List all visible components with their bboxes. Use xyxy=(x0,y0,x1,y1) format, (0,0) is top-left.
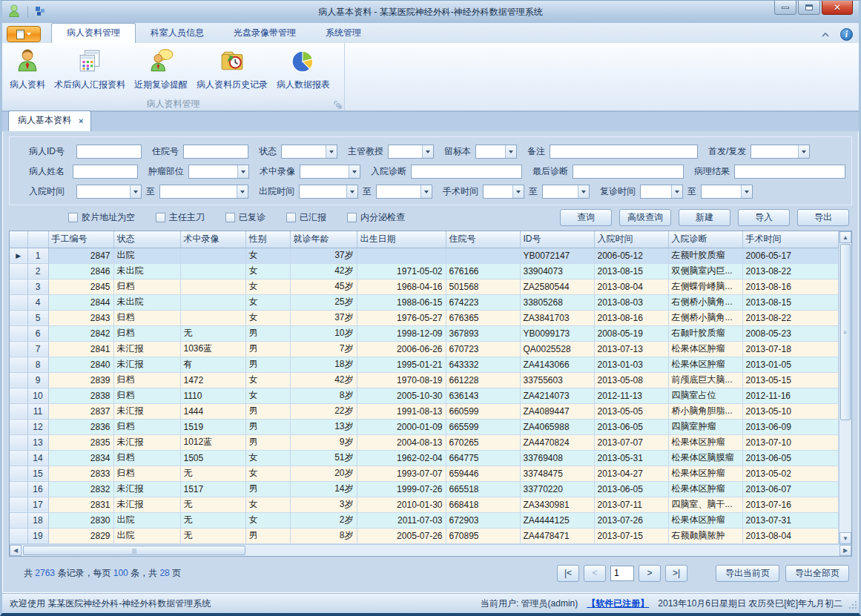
grid-cell[interactable]: ZA4143066 xyxy=(520,357,594,372)
dialog-launcher-icon[interactable] xyxy=(334,101,342,109)
checkbox-icon[interactable] xyxy=(68,213,78,222)
grid-cell[interactable]: 2013-08-04 xyxy=(594,279,668,294)
grid-cell[interactable]: 1519 xyxy=(180,419,245,434)
row-selector[interactable] xyxy=(10,294,27,310)
row-selector[interactable] xyxy=(10,263,27,279)
specimen-combo[interactable] xyxy=(475,145,517,159)
grid-cell[interactable]: 2013-05-08 xyxy=(594,372,668,388)
grid-cell[interactable]: 2006-05-17 xyxy=(742,248,839,263)
revisit-reminder-button[interactable]: 近期复诊提醒 xyxy=(130,46,192,93)
layout-squares-icon[interactable] xyxy=(34,5,46,19)
grid-cell[interactable]: 归档 xyxy=(113,325,180,341)
grid-cell[interactable]: 2013-04-27 xyxy=(594,466,668,481)
table-row[interactable]: 82840未汇报有男18岁1995-01-21643332ZA414306620… xyxy=(10,357,839,372)
checkbox-reported[interactable]: 已汇报 xyxy=(286,211,326,224)
grid-cell[interactable]: 665599 xyxy=(446,419,520,434)
grid-cell[interactable]: 2844 xyxy=(48,294,113,310)
row-selector[interactable] xyxy=(10,403,27,419)
chevron-down-icon[interactable] xyxy=(671,185,682,198)
grid-cell[interactable]: 2831 xyxy=(48,497,113,512)
grid-cell[interactable]: 男 xyxy=(245,341,290,357)
grid-cell[interactable]: 2013-05-15 xyxy=(742,372,839,388)
grid-cell[interactable]: 归档 xyxy=(113,310,180,325)
grid-cell[interactable]: 1971-05-02 xyxy=(357,263,446,279)
row-number[interactable]: 10 xyxy=(27,388,48,403)
checkbox-icon[interactable] xyxy=(286,213,296,222)
grid-cell[interactable]: 松果体区肿瘤 xyxy=(668,466,742,481)
page-number-input[interactable] xyxy=(610,566,634,581)
scroll-down-icon[interactable]: ▼ xyxy=(839,532,851,544)
grid-cell[interactable]: 2013-07-26 xyxy=(594,512,668,528)
admission-time-from-combo[interactable] xyxy=(76,185,142,199)
grid-cell[interactable]: 2013-08-15 xyxy=(594,263,668,279)
row-number[interactable]: 16 xyxy=(27,481,48,497)
grid-cell[interactable]: 松果体区脑膜瘤 xyxy=(668,450,742,466)
tumor-site-combo[interactable] xyxy=(188,165,249,179)
grid-cell[interactable]: ZA4478471 xyxy=(520,528,594,543)
export-button[interactable]: 导出 xyxy=(797,209,849,226)
row-selector[interactable] xyxy=(10,419,27,434)
minimize-button[interactable] xyxy=(774,1,796,15)
grid-cell[interactable]: 2837 xyxy=(48,403,113,419)
grid-cell[interactable]: 出院 xyxy=(113,512,180,528)
grid-cell[interactable]: 42岁 xyxy=(290,263,357,279)
discharge-time-from-combo[interactable] xyxy=(299,185,358,199)
tab-patient-basic-info[interactable]: 病人基本资料 × xyxy=(8,110,91,131)
horizontal-scroll-thumb[interactable]: ||| xyxy=(23,546,245,555)
grid-cell[interactable]: 女 xyxy=(245,388,290,403)
grid-cell[interactable]: 未汇报 xyxy=(113,357,180,372)
app-person-icon[interactable] xyxy=(7,4,22,21)
table-row[interactable]: 142834归档1505女51岁1962-02-0466477533769408… xyxy=(10,450,839,466)
table-row[interactable]: 192829出院无男8岁2005-07-26670895ZA4478471201… xyxy=(10,528,839,543)
grid-cell[interactable]: ZA2580544 xyxy=(520,279,594,294)
grid-cell[interactable]: 1999-07-26 xyxy=(357,481,446,497)
row-selector[interactable] xyxy=(10,310,27,325)
row-number[interactable]: 7 xyxy=(27,341,48,357)
grid-cell[interactable]: 2013-06-05 xyxy=(594,481,668,497)
checkbox-icon[interactable] xyxy=(225,213,235,222)
last-page-button[interactable]: >| xyxy=(665,565,687,582)
grid-cell[interactable]: ZA3430981 xyxy=(520,497,594,512)
scroll-left-icon[interactable]: ◀ xyxy=(10,545,22,556)
grid-cell[interactable]: 665518 xyxy=(446,481,520,497)
table-row[interactable]: 112837未汇报1444男22岁1991-08-13660599ZA40894… xyxy=(10,403,839,419)
grid-cell[interactable]: 未出院 xyxy=(113,263,180,279)
col-status[interactable]: 状态 xyxy=(113,231,180,248)
grid-cell[interactable]: 10岁 xyxy=(290,325,357,341)
grid-cell[interactable]: 出院 xyxy=(113,248,180,263)
ribbon-tab-system[interactable]: 系统管理 xyxy=(311,24,376,43)
info-icon[interactable]: i xyxy=(840,28,853,41)
grid-cell[interactable]: ZA4470824 xyxy=(520,434,594,450)
table-row[interactable]: 72841未汇报1036蓝男7岁2006-06-26670723QA002552… xyxy=(10,341,839,357)
grid-cell[interactable]: 1988-06-15 xyxy=(357,294,446,310)
chevron-down-icon[interactable] xyxy=(422,145,433,158)
grid-cell[interactable]: 14岁 xyxy=(290,481,357,497)
grid-cell[interactable]: 女 xyxy=(245,450,290,466)
grid-cell[interactable]: 松果体区肿瘤 xyxy=(668,341,742,357)
row-selector[interactable] xyxy=(10,450,27,466)
grid-cell[interactable]: 51岁 xyxy=(290,450,357,466)
grid-cell[interactable]: 2012-11-16 xyxy=(742,388,839,403)
grid-cell[interactable]: 2835 xyxy=(48,434,113,450)
prev-page-button[interactable]: < xyxy=(584,565,606,582)
row-number[interactable]: 4 xyxy=(27,294,48,310)
grid-cell[interactable]: 2013-07-16 xyxy=(742,497,839,512)
row-selector[interactable] xyxy=(10,528,27,543)
table-row[interactable]: 162832未汇报1517男14岁1999-07-266655183377022… xyxy=(10,481,839,497)
grid-cell[interactable]: 女 xyxy=(245,279,290,294)
grid-cell[interactable]: ZA4065988 xyxy=(520,419,594,434)
grid-cell[interactable]: 22岁 xyxy=(290,403,357,419)
row-number[interactable]: 15 xyxy=(27,466,48,481)
grid-cell[interactable]: 桥小脑角胆脂... xyxy=(668,403,742,419)
grid-cell[interactable]: 2013-07-15 xyxy=(594,528,668,543)
grid-cell[interactable] xyxy=(357,248,446,263)
grid-cell[interactable]: ZA4214073 xyxy=(520,388,594,403)
grid-cell[interactable]: 1444 xyxy=(180,403,245,419)
grid-cell[interactable]: ZA4444125 xyxy=(520,512,594,528)
row-selector[interactable] xyxy=(10,497,27,512)
admission-time-to-combo[interactable] xyxy=(159,185,248,199)
row-selector[interactable] xyxy=(10,466,27,481)
grid-cell[interactable]: 33748475 xyxy=(520,466,594,481)
table-row[interactable]: 62842归档无男10岁1998-12-09367893YB0099173200… xyxy=(10,325,839,341)
row-number[interactable]: 19 xyxy=(27,528,48,543)
